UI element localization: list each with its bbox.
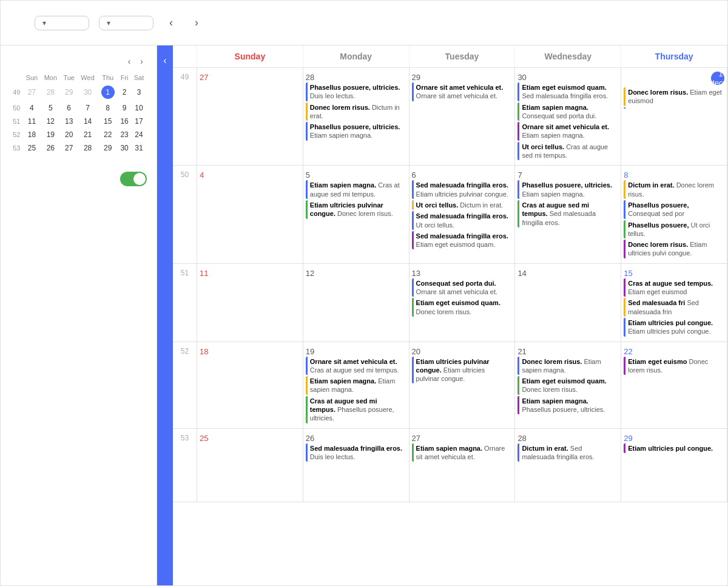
mini-cal-day[interactable]: 22 <box>98 128 118 141</box>
mini-cal-day[interactable]: 30 <box>78 83 98 101</box>
mini-cal-day[interactable]: 5 <box>41 101 60 115</box>
calendar-event[interactable]: Etiam sapien magna. Etiam sapien magna. <box>306 376 406 395</box>
calendar-event[interactable]: Dictum in erat. Sed malesuada fringilla … <box>517 443 618 462</box>
mini-cal-day[interactable]: 10 <box>131 101 147 115</box>
mini-cal-day[interactable]: 13 <box>60 115 77 128</box>
calendar-event[interactable]: Ornare sit amet vehicula et. Ornare sit … <box>412 83 513 101</box>
cal-day[interactable]: 30Etiam eget euismod quam. Sed malesuada… <box>515 68 621 165</box>
cal-day[interactable]: 21Donec lorem risus. Etiam sapien magna.… <box>515 342 621 428</box>
calendar-event[interactable]: Cras at augue sed tempus. Etiam eget eui… <box>624 278 724 297</box>
mini-cal-day[interactable]: 15 <box>98 115 118 128</box>
cal-day[interactable]: 12 <box>303 264 410 342</box>
calendar-event[interactable]: Dictum in erat. Donec lorem risus. <box>624 180 724 199</box>
mini-cal-day[interactable]: 20 <box>60 128 77 141</box>
calendar-event[interactable]: Etiam ultricies pulvinar congue. Donec l… <box>306 200 406 219</box>
calendar-event[interactable]: Donec lorem risus. Etiam ultricies pulvi… <box>624 240 724 258</box>
calendar-event[interactable]: Phasellus posuere, Consequat sed por <box>624 200 724 219</box>
mini-cal-day[interactable]: 27 <box>60 141 77 155</box>
mini-cal-day[interactable]: 24 <box>131 128 147 141</box>
calendar-event[interactable]: Cras at augue sed mi tempus. Phasellus p… <box>306 396 406 423</box>
calendar-event[interactable]: Phasellus posuere, ultricies. Etiam sapi… <box>517 180 618 199</box>
cal-day[interactable]: 4 <box>197 166 303 263</box>
mini-cal-day[interactable]: 18 <box>23 128 41 141</box>
calendar-event[interactable]: Donec lorem risus. Dictum in erat. <box>306 103 406 121</box>
mini-cal-day[interactable]: 29 <box>98 141 118 155</box>
cal-day[interactable]: 15Cras at augue sed tempus. Etiam eget e… <box>621 264 727 342</box>
calendar-event[interactable]: Phasellus posuere, ultricies. Etiam sapi… <box>306 122 406 141</box>
month-dropdown[interactable] <box>99 16 153 30</box>
mini-prev-button[interactable]: ‹ <box>124 55 135 67</box>
mini-cal-day[interactable]: 1 <box>98 83 118 101</box>
mini-cal-day[interactable]: 28 <box>41 83 60 101</box>
cal-day[interactable]: 27Etiam sapien magna. Ornare sit amet ve… <box>410 429 516 502</box>
mini-cal-day[interactable]: 29 <box>60 83 77 101</box>
calendar-event[interactable]: Phasellus posuere, Ut orci tellus. <box>624 220 724 239</box>
mini-cal-day[interactable]: 17 <box>131 115 147 128</box>
cal-day[interactable]: 5Etiam sapien magna. Cras at augue sed m… <box>303 166 410 263</box>
cal-day[interactable]: 26Sed malesuada fringilla eros. Duis leo… <box>303 429 410 502</box>
mini-cal-day[interactable]: 7 <box>78 101 98 115</box>
mini-cal-day[interactable]: 30 <box>118 141 131 155</box>
calendar-event[interactable]: Etiam ultricies pulvinar congue. Etiam u… <box>412 357 513 384</box>
calendar-event[interactable]: Etiam eget euismo Donec lorem risus. <box>624 357 724 376</box>
prev-button[interactable]: ‹ <box>163 13 179 33</box>
calendar-event[interactable]: Sed malesuada fri Sed malesuada frin <box>624 298 724 317</box>
description-toggle[interactable] <box>120 172 147 186</box>
calendar-event[interactable]: Cras at augue sed mi tempus. Sed malesua… <box>517 200 618 227</box>
mini-cal-day[interactable]: 8 <box>98 101 118 115</box>
mini-next-button[interactable]: › <box>136 55 147 67</box>
calendar-event[interactable]: Ut orci tellus. Dictum in erat. <box>412 200 513 210</box>
calendar-event[interactable]: Etiam eget euismod quam. Donec lorem ris… <box>517 376 618 395</box>
calendar-event[interactable]: Etiam eget euismod quam. Donec lorem ris… <box>412 298 513 317</box>
cal-day[interactable]: 22Etiam eget euismo Donec lorem risus. <box>621 342 727 428</box>
calendar-event[interactable]: Consequat sed porta dui. Ornare sit amet… <box>412 278 513 297</box>
cal-day[interactable]: 14 <box>515 264 621 342</box>
calendar-event[interactable]: Donec lorem risus. Etiam eget euismod <box>624 87 724 106</box>
calendar-event[interactable]: Sed malesuada fringilla eros. Ut orci te… <box>412 211 513 230</box>
mini-cal-day[interactable]: 2 <box>118 83 131 101</box>
next-button[interactable]: › <box>189 13 204 33</box>
cal-day[interactable]: 8Dictum in erat. Donec lorem risus.Phase… <box>621 166 727 263</box>
cal-day[interactable]: 29Ornare sit amet vehicula et. Ornare si… <box>410 68 516 165</box>
sidebar-collapse-button[interactable]: ‹ <box>157 45 173 585</box>
mini-cal-day[interactable]: 21 <box>78 128 98 141</box>
mini-cal-day[interactable]: 26 <box>41 141 60 155</box>
calendar-event[interactable] <box>624 107 724 109</box>
cal-day[interactable]: 29Etiam ultricies pul congue. <box>621 429 727 502</box>
calendar-event[interactable]: Sed malesuada fringilla eros. Etiam eget… <box>412 231 513 250</box>
cal-day[interactable]: 11 <box>197 264 303 342</box>
calendar-event[interactable]: Etiam sapien magna. Ornare sit amet vehi… <box>412 443 513 462</box>
calendar-event[interactable]: Etiam sapien magna. Consequat sed porta … <box>517 103 618 121</box>
calendar-event[interactable]: Phasellus posuere, ultricies. Duis leo l… <box>306 83 406 101</box>
mini-cal-day[interactable]: 25 <box>23 141 41 155</box>
cal-day[interactable]: 7Phasellus posuere, ultricies. Etiam sap… <box>515 166 621 263</box>
mini-cal-day[interactable]: 6 <box>60 101 77 115</box>
mini-cal-day[interactable]: 9 <box>118 101 131 115</box>
mini-cal-day[interactable]: 19 <box>41 128 60 141</box>
cal-day[interactable]: 6Sed malesuada fringilla eros. Etiam ult… <box>410 166 516 263</box>
cal-day[interactable]: 13Consequat sed porta dui. Ornare sit am… <box>410 264 516 342</box>
cal-day[interactable]: 25 <box>197 429 303 502</box>
calendar-event[interactable]: Etiam sapien magna. Phasellus posuere, u… <box>517 396 618 415</box>
cal-day[interactable]: 18 <box>197 342 303 428</box>
mini-cal-day[interactable]: 11 <box>23 115 41 128</box>
calendar-event[interactable]: Ornare sit amet vehicula et. Etiam sapie… <box>517 122 618 141</box>
mini-cal-day[interactable]: 23 <box>118 128 131 141</box>
calendar-event[interactable]: Donec lorem risus. Etiam sapien magna. <box>517 357 618 376</box>
cal-day[interactable]: 19Ornare sit amet vehicula et. Cras at a… <box>303 342 410 428</box>
cal-day[interactable]: 28Phasellus posuere, ultricies. Duis leo… <box>303 68 410 165</box>
mini-cal-day[interactable]: 27 <box>23 83 41 101</box>
mini-cal-day[interactable]: 28 <box>78 141 98 155</box>
mini-cal-day[interactable]: 31 <box>131 141 147 155</box>
mini-cal-day[interactable]: 3 <box>131 83 147 101</box>
calendar-event[interactable]: Ut orci tellus. Cras at augue sed mi tem… <box>517 142 618 161</box>
calendar-event[interactable]: Etiam sapien magna. Cras at augue sed mi… <box>306 180 406 199</box>
calendar-event[interactable]: Etiam ultricies pul congue. Etiam ultric… <box>624 318 724 337</box>
calendar-event[interactable]: Etiam ultricies pul congue. <box>624 443 724 453</box>
year-dropdown[interactable] <box>35 16 89 30</box>
today-button[interactable] <box>214 19 229 27</box>
calendar-event[interactable]: Etiam eget euismod quam. Sed malesuada f… <box>517 83 618 101</box>
calendar-event[interactable]: Ornare sit amet vehicula et. Cras at aug… <box>306 357 406 376</box>
cal-day[interactable]: 1 decDonec lorem risus. Etiam eget euism… <box>621 68 727 165</box>
calendar-event[interactable]: Sed malesuada fringilla eros. Etiam ultr… <box>412 180 513 199</box>
